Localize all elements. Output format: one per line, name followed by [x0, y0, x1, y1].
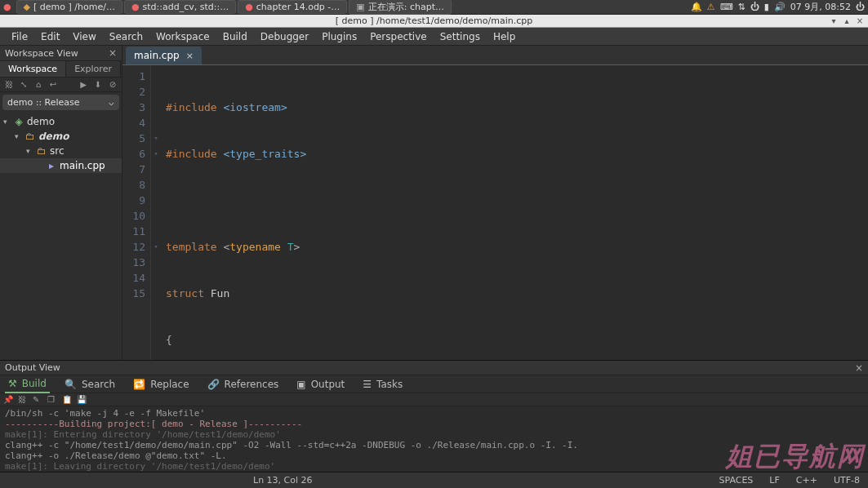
code-area[interactable]: #include <iostream> #include <type_trait… — [161, 65, 857, 360]
output-tab-tasks[interactable]: ☰Tasks — [359, 376, 406, 393]
output-tab-replace[interactable]: 🔁Replace — [130, 376, 192, 393]
goto-icon[interactable]: ↩ — [47, 79, 59, 91]
workspace-config-label: demo :: Release — [7, 97, 80, 108]
status-eol[interactable]: LF — [769, 475, 779, 486]
code-editor[interactable]: 123456789101112131415 ▾▾▾ #include <iost… — [122, 65, 868, 360]
line-gutter: 123456789101112131415 — [122, 65, 151, 360]
status-position[interactable]: Ln 13, Col 26 — [253, 475, 313, 486]
battery-icon[interactable]: ▮ — [764, 2, 769, 12]
terminal-icon: ▣ — [296, 379, 305, 390]
console-line: /bin/sh -c 'make -j 4 -e -f Makefile' — [5, 408, 863, 419]
tree-node-src[interactable]: ▾🗀src — [0, 144, 122, 158]
tree-label: demo — [38, 131, 69, 142]
save-icon[interactable]: 💾 — [77, 395, 87, 405]
output-toolbar: 📌 ⛓ ✎ ❐ 📋 💾 — [0, 393, 868, 406]
sidebar-close-icon[interactable]: × — [109, 47, 117, 59]
keyboard-icon[interactable]: ⌨ — [720, 2, 733, 12]
editor-scrollbar[interactable] — [857, 65, 868, 360]
pin-icon[interactable]: 📌 — [3, 395, 13, 405]
clock[interactable]: 07 9月, 08:52 — [790, 1, 851, 13]
console-line: make[1]: Entering directory '/home/test1… — [5, 429, 863, 440]
stop-icon[interactable]: ⊘ — [107, 79, 118, 91]
editor-tab-maincpp[interactable]: main.cpp × — [126, 47, 202, 64]
hammer-icon: ⚒ — [8, 378, 17, 389]
workspace-config-select[interactable]: demo :: Release ⌵ — [2, 95, 119, 110]
link2-icon[interactable]: ⛓ — [18, 395, 28, 405]
home-icon[interactable]: ⌂ — [33, 79, 44, 91]
tree-node-maincpp[interactable]: ▸main.cpp — [0, 158, 122, 173]
menu-view[interactable]: View — [66, 29, 102, 45]
window-title: [ demo ] /home/test1/demo/demo/main.cpp — [336, 16, 533, 26]
menu-search[interactable]: Search — [103, 29, 149, 45]
menu-file[interactable]: File — [5, 29, 34, 45]
editor-tab-label: main.cpp — [134, 50, 180, 61]
replace-icon: 🔁 — [133, 379, 145, 390]
output-tab-build[interactable]: ⚒Build — [5, 375, 50, 393]
output-close-icon[interactable]: × — [855, 362, 863, 374]
bell-icon[interactable]: 🔔 — [691, 2, 702, 12]
collapse-icon[interactable]: ⤡ — [18, 79, 29, 91]
window-titlebar: [ demo ] /home/test1/demo/demo/main.cpp … — [0, 15, 868, 28]
status-encoding[interactable]: UTF-8 — [834, 475, 860, 486]
power-icon[interactable]: ⏻ — [750, 2, 759, 12]
cpp-file-icon: ▸ — [46, 160, 57, 171]
wifi-icon[interactable]: ⇅ — [738, 2, 746, 12]
warning-icon[interactable]: ⚠ — [707, 2, 715, 12]
build-console[interactable]: /bin/sh -c 'make -j 4 -e -f Makefile' --… — [0, 406, 868, 472]
menu-workspace[interactable]: Workspace — [149, 29, 216, 45]
folder-icon: 🗀 — [24, 131, 36, 142]
build-icon[interactable]: ⬇ — [92, 79, 104, 91]
link-icon[interactable]: ⛓ — [3, 79, 15, 91]
editor-pane: main.cpp × 123456789101112131415 ▾▾▾ #in… — [122, 46, 868, 360]
tree-label: main.cpp — [60, 160, 105, 171]
workspace-sidebar: Workspace View × Workspace Explorer ⛓ ⤡ … — [0, 46, 122, 360]
menu-plugins[interactable]: Plugins — [315, 29, 363, 45]
maximize-button[interactable]: ▴ — [842, 16, 852, 26]
menu-debugger[interactable]: Debugger — [254, 29, 315, 45]
close-button[interactable]: × — [855, 16, 865, 26]
tree-node-root[interactable]: ▾◈demo — [0, 114, 122, 129]
minimize-button[interactable]: ▾ — [829, 16, 839, 26]
clear-icon[interactable]: ✎ — [33, 395, 42, 405]
output-view-title: Output View — [5, 362, 60, 373]
status-lang[interactable]: C++ — [796, 475, 817, 486]
project-icon: ◈ — [13, 116, 24, 127]
menu-settings[interactable]: Settings — [434, 29, 487, 45]
tree-label: src — [50, 145, 65, 157]
project-tree: ▾◈demo ▾🗀demo ▾🗀src ▸main.cpp — [0, 113, 122, 360]
sidebar-tabs: Workspace Explorer — [0, 61, 122, 78]
taskbar-item-0[interactable]: ◆[ demo ] /home/… — [16, 0, 122, 14]
editor-tab-bar: main.cpp × — [122, 46, 868, 65]
volume-icon[interactable]: 🔊 — [774, 2, 786, 12]
menu-edit[interactable]: Edit — [34, 29, 66, 45]
fold-gutter: ▾▾▾ — [151, 65, 161, 360]
sidebar-tab-explorer[interactable]: Explorer — [66, 61, 121, 77]
tasks-icon: ☰ — [363, 379, 372, 390]
paste-icon[interactable]: 📋 — [62, 395, 72, 405]
menu-help[interactable]: Help — [487, 29, 522, 45]
output-tabs: ⚒Build 🔍Search 🔁Replace 🔗References ▣Out… — [0, 375, 868, 393]
menu-build[interactable]: Build — [216, 29, 254, 45]
menu-bar: File Edit View Search Workspace Build De… — [0, 28, 868, 46]
tree-node-demo[interactable]: ▾🗀demo — [0, 129, 122, 144]
output-tab-references[interactable]: 🔗References — [204, 376, 283, 393]
copy-icon[interactable]: ❐ — [47, 395, 57, 405]
taskbar-item-2[interactable]: ●chapter 14.odp -… — [238, 0, 347, 14]
tab-close-icon[interactable]: × — [186, 51, 194, 61]
references-icon: 🔗 — [207, 379, 220, 390]
status-indent[interactable]: SPACES — [719, 475, 753, 486]
system-tray: 🔔 ⚠ ⌨ ⇅ ⏻ ▮ 🔊 07 9月, 08:52 ⏻ — [691, 1, 865, 13]
taskbar-item-1[interactable]: ●std::add_cv, std::… — [124, 0, 236, 14]
menu-perspective[interactable]: Perspective — [363, 29, 434, 45]
sidebar-header: Workspace View × — [0, 46, 122, 61]
sidebar-tab-workspace[interactable]: Workspace — [0, 61, 66, 77]
user-icon[interactable]: ⏻ — [856, 2, 865, 12]
taskbar-label: [ demo ] /home/… — [33, 2, 115, 12]
run-icon[interactable]: ▶ — [78, 79, 89, 91]
apps-icon[interactable]: ● — [3, 2, 11, 12]
taskbar-item-3[interactable]: ▣正在演示: chapt… — [349, 0, 452, 15]
console-line: clang++ -o ./Release/demo @"demo.txt" -L… — [5, 450, 863, 461]
output-tab-output[interactable]: ▣Output — [293, 376, 348, 393]
output-tab-search[interactable]: 🔍Search — [61, 376, 118, 393]
system-panel: ● ◆[ demo ] /home/… ●std::add_cv, std::…… — [0, 0, 868, 15]
